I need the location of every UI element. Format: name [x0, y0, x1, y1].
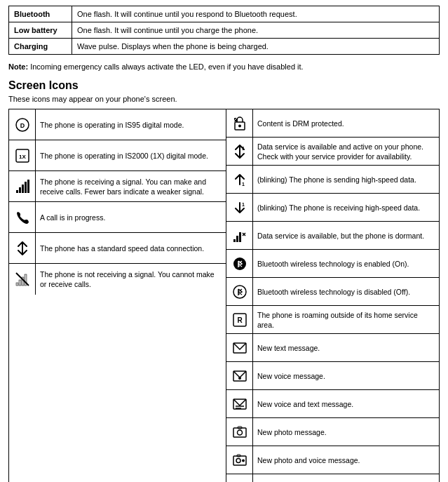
svg-rect-21 [233, 239, 236, 242]
call-icon [9, 202, 36, 232]
svg-point-39 [242, 459, 245, 462]
list-item: New photo message. [226, 418, 439, 446]
icons-tables: D The phone is operating in IS95 digital… [8, 109, 440, 482]
is2000-icon: 1X [9, 140, 36, 170]
data-recv-icon: 1 [226, 194, 253, 221]
list-item: New text message. [226, 334, 439, 362]
data-dormant-icon [226, 222, 253, 249]
note-paragraph: Note: Incoming emergency calls always ac… [8, 62, 440, 72]
list-item: R The phone is roaming outside of its ho… [226, 306, 439, 334]
list-item: The phone has a standard speed data conn… [9, 233, 226, 264]
svg-text:1X: 1X [19, 154, 26, 160]
left-icons-col: D The phone is operating in IS95 digital… [8, 109, 226, 482]
svg-rect-4 [16, 190, 18, 193]
no-signal-icon [9, 264, 36, 295]
list-item: The phone is receiving a signal. You can… [9, 171, 226, 202]
new-photo-text-icon [226, 474, 253, 482]
table-row: Charging Wave pulse. Displays when the p… [9, 39, 440, 55]
no-signal-description: The phone is not receiving a signal. You… [36, 264, 226, 295]
list-item: New photo and voice message. [226, 446, 439, 474]
svg-point-35 [237, 430, 242, 435]
list-item: The phone is not receiving a signal. You… [9, 264, 226, 295]
svg-rect-10 [19, 280, 21, 286]
data-send-description: (blinking) The phone is sending high-spe… [253, 166, 439, 193]
drm-icon [226, 109, 253, 137]
signal-icon [9, 171, 36, 201]
list-item: D The phone is operating in IS95 digital… [9, 109, 226, 140]
data-active-icon: 1 [226, 138, 253, 165]
led-table: Bluetooth One flash. It will continue un… [8, 6, 440, 55]
data-dormant-description: Data service is available, but the phone… [253, 222, 439, 249]
svg-text:1: 1 [242, 182, 245, 187]
svg-text:D: D [20, 122, 25, 129]
list-item: Bluetooth wireless technology is enabled… [226, 250, 439, 278]
list-item: 1 (blinking) The phone is sending high-s… [226, 166, 439, 194]
is95-icon: D [9, 109, 36, 140]
signal-description: The phone is receiving a signal. You can… [36, 171, 226, 201]
svg-rect-23 [239, 232, 241, 242]
data-std-icon [9, 233, 36, 263]
new-photo-voice-icon [226, 446, 253, 474]
svg-text:1: 1 [242, 202, 245, 207]
is2000-description: The phone is operating in IS2000 (1X) di… [36, 140, 226, 170]
led-description: Wave pulse. Displays when the phone is b… [72, 39, 440, 55]
svg-rect-22 [236, 236, 238, 242]
bt-off-icon [226, 278, 253, 305]
list-item: New photo and text message. [226, 474, 439, 482]
section-heading: Screen Icons [8, 79, 440, 92]
svg-point-15 [238, 124, 241, 127]
svg-point-30 [238, 377, 241, 380]
svg-rect-34 [233, 428, 246, 437]
svg-rect-8 [27, 180, 29, 193]
list-item: New voice and text message. [226, 390, 439, 418]
list-item: New voice message. [226, 362, 439, 390]
new-photo-icon [226, 418, 253, 446]
data-send-icon: 1 [226, 166, 253, 193]
new-photo-voice-description: New photo and voice message. [253, 446, 439, 474]
table-row: Low battery One flash. It will continue … [9, 22, 440, 39]
list-item: 1 (blinking) The phone is receiving high… [226, 194, 439, 222]
svg-point-25 [233, 286, 246, 298]
new-text-description: New text message. [253, 334, 439, 361]
new-voice-text-icon [226, 390, 253, 417]
section-subtext: These icons may appear on your phone's s… [8, 95, 440, 103]
bt-on-description: Bluetooth wireless technology is enabled… [253, 250, 439, 277]
is95-description: The phone is operating in IS95 digital m… [36, 109, 226, 140]
svg-point-38 [236, 458, 240, 462]
roaming-description: The phone is roaming outside of its home… [253, 306, 439, 333]
drm-description: Content is DRM protected. [253, 109, 439, 137]
svg-text:R: R [237, 316, 243, 324]
call-description: A call is in progress. [36, 202, 226, 232]
svg-rect-9 [16, 283, 18, 286]
roaming-icon: R [226, 306, 253, 333]
data-std-description: The phone has a standard speed data conn… [36, 233, 226, 263]
bt-on-icon [226, 250, 253, 277]
led-label: Charging [9, 39, 72, 55]
led-description: One flash. It will continue until you re… [72, 6, 440, 22]
svg-rect-5 [19, 187, 21, 193]
data-active-description: Data service is available and active on … [253, 138, 439, 165]
new-text-icon [226, 334, 253, 361]
led-label: Low battery [9, 22, 72, 39]
led-description: One flash. It will continue until you ch… [72, 22, 440, 39]
list-item: Bluetooth wireless technology is disable… [226, 278, 439, 306]
note-body: Incoming emergency calls always activate… [28, 62, 304, 71]
new-voice-text-description: New voice and text message. [253, 390, 439, 417]
svg-text:1: 1 [242, 146, 245, 151]
svg-rect-6 [22, 185, 24, 193]
new-photo-description: New photo message. [253, 418, 439, 446]
svg-point-24 [233, 257, 246, 270]
svg-rect-16 [234, 118, 238, 121]
list-item: A call is in progress. [9, 202, 226, 233]
svg-rect-7 [25, 182, 27, 193]
list-item: 1 Data service is available and active o… [226, 138, 439, 166]
led-label: Bluetooth [9, 6, 72, 22]
new-voice-icon [226, 362, 253, 389]
table-row: Bluetooth One flash. It will continue un… [9, 6, 440, 22]
new-photo-text-description: New photo and text message. [253, 474, 439, 482]
list-item: Data service is available, but the phone… [226, 222, 439, 250]
list-item: 1X The phone is operating in IS2000 (1X)… [9, 140, 226, 171]
note-bold: Note: [8, 62, 28, 71]
list-item: Content is DRM protected. [226, 109, 439, 138]
data-recv-description: (blinking) The phone is receiving high-s… [253, 194, 439, 221]
